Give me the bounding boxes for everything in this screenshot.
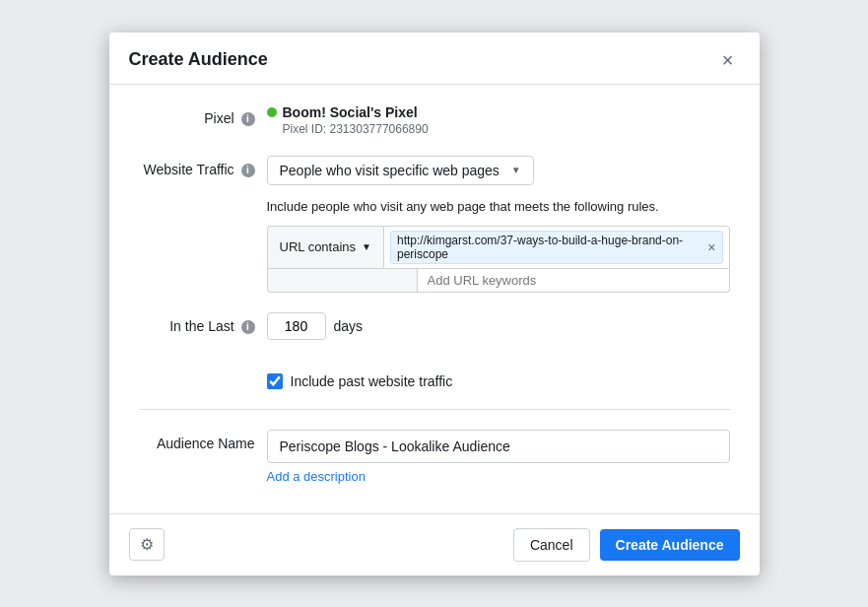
gear-button[interactable]: ⚙ (129, 528, 165, 561)
audience-name-row: Audience Name Add a description (139, 430, 730, 484)
pixel-info: Boom! Social's Pixel Pixel ID: 231303777… (267, 104, 730, 136)
past-traffic-checkbox[interactable] (267, 373, 283, 389)
audience-name-input[interactable] (267, 430, 730, 463)
chevron-down-icon: ▼ (511, 165, 521, 175)
dialog-title: Create Audience (129, 49, 268, 70)
past-traffic-row: Include past website traffic (267, 373, 730, 389)
create-audience-button[interactable]: Create Audience (600, 529, 740, 561)
website-traffic-content: People who visit specific web pages ▼ In… (267, 156, 730, 293)
rules-description: Include people who visit any web page th… (267, 199, 730, 214)
pixel-name-row: Boom! Social's Pixel (267, 104, 730, 120)
url-tag: http://kimgarst.com/37-ways-to-build-a-h… (390, 231, 723, 264)
audience-name-label: Audience Name (139, 430, 267, 451)
url-tag-container: http://kimgarst.com/37-ways-to-build-a-h… (383, 226, 730, 269)
footer-right: Cancel Create Audience (513, 528, 740, 562)
in-the-last-row: In the Last i days (139, 312, 730, 354)
create-audience-dialog: Create Audience × Pixel i Boom! Social's… (109, 33, 760, 575)
cancel-button[interactable]: Cancel (513, 528, 590, 562)
divider (139, 409, 730, 410)
in-the-last-label: In the Last i (139, 312, 267, 334)
website-traffic-label: Website Traffic i (139, 156, 267, 177)
add-description-link[interactable]: Add a description (267, 469, 730, 484)
url-tag-remove-icon[interactable]: × (707, 240, 715, 254)
pixel-info-icon[interactable]: i (241, 112, 255, 126)
past-traffic-label[interactable]: Include past website traffic (291, 373, 453, 389)
url-contains-dropdown[interactable]: URL contains ▼ (267, 226, 383, 269)
in-the-last-info-icon[interactable]: i (241, 320, 255, 334)
audience-name-content: Add a description (267, 430, 730, 484)
pixel-id: Pixel ID: 231303777066890 (283, 122, 730, 136)
website-traffic-dropdown[interactable]: People who visit specific web pages ▼ (267, 156, 534, 185)
pixel-status-dot (267, 107, 277, 117)
url-keywords-input[interactable] (417, 269, 730, 293)
days-input[interactable] (267, 312, 326, 340)
close-button[interactable]: × (716, 48, 740, 72)
pixel-label: Pixel i (139, 104, 267, 126)
dialog-overlay: Create Audience × Pixel i Boom! Social's… (0, 0, 868, 607)
rules-section: Include people who visit any web page th… (267, 199, 730, 293)
dialog-footer: ⚙ Cancel Create Audience (109, 513, 760, 575)
dialog-body: Pixel i Boom! Social's Pixel Pixel ID: 2… (109, 85, 760, 504)
url-rule-wrapper: URL contains ▼ http://kimgarst.com/37-wa… (267, 226, 730, 293)
website-traffic-info-icon[interactable]: i (241, 164, 255, 177)
pixel-row: Pixel i Boom! Social's Pixel Pixel ID: 2… (139, 104, 730, 136)
dialog-header: Create Audience × (109, 33, 760, 85)
url-contains-bottom-spacer (267, 269, 417, 293)
url-bottom-row (267, 269, 730, 293)
pixel-name: Boom! Social's Pixel (283, 104, 418, 120)
url-contains-chevron-icon: ▼ (362, 241, 371, 252)
in-the-last-content: days (267, 312, 730, 340)
website-traffic-row: Website Traffic i People who visit speci… (139, 156, 730, 293)
url-rule-top: URL contains ▼ http://kimgarst.com/37-wa… (267, 226, 730, 269)
days-label: days (334, 318, 364, 334)
